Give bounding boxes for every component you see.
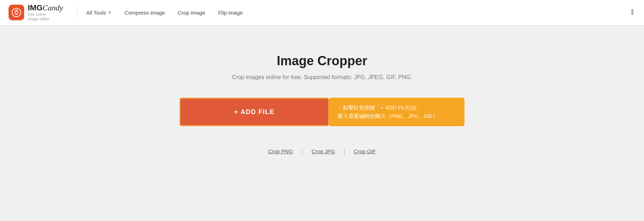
crop-gif-link[interactable]: Crop GIF: [354, 148, 376, 154]
divider-2: |: [344, 148, 346, 155]
chevron-down-icon: ▼: [108, 10, 112, 15]
svg-point-1: [15, 11, 17, 14]
crop-png-link[interactable]: Crop PNG: [268, 148, 293, 154]
action-row: + ADD FILE ←點擊紅色按鍵「+ ADD FILE(S)」 匯入需要編輯…: [180, 98, 464, 126]
header: IMGCandy free online image editor All To…: [0, 0, 644, 25]
logo-nav-divider: [77, 6, 78, 19]
tooltip-line2: 匯入需要編輯的圖片（PNG、JPG、GIF）: [338, 112, 456, 120]
nav-flip[interactable]: Flip image: [218, 10, 243, 16]
nav-compress[interactable]: Compress image: [125, 10, 165, 16]
add-file-button[interactable]: + ADD FILE: [180, 98, 329, 126]
main-content: Image Cropper Crop images online for fre…: [0, 25, 644, 155]
logo-brand: IMGCandy: [28, 4, 63, 12]
logo-icon: [9, 5, 24, 20]
tooltip-box: ←點擊紅色按鍵「+ ADD FILE(S)」 匯入需要編輯的圖片（PNG、JPG…: [329, 98, 464, 126]
divider-1: |: [301, 148, 303, 155]
nav-all-tools[interactable]: All Tools ▼: [86, 10, 111, 16]
logo-subtitle: free online image editor: [28, 12, 63, 21]
logo-area: IMGCandy free online image editor: [9, 4, 63, 22]
header-right: ⬇: [629, 8, 635, 17]
page-subtitle: Crop images online for free. Supported f…: [232, 74, 412, 81]
page-title: Image Cropper: [277, 53, 367, 68]
logo-candy-text: Candy: [43, 3, 63, 12]
logo-text: IMGCandy free online image editor: [28, 4, 63, 22]
tooltip-line1: ←點擊紅色按鍵「+ ADD FILE(S)」: [338, 103, 456, 112]
main-nav: All Tools ▼ Compress image Crop image Fl…: [86, 10, 243, 16]
download-icon[interactable]: ⬇: [629, 8, 635, 17]
nav-crop[interactable]: Crop image: [178, 10, 206, 16]
logo-img-text: IMG: [28, 3, 43, 12]
format-links: Crop PNG | Crop JPG | Crop GIF: [268, 148, 376, 155]
crop-jpg-link[interactable]: Crop JPG: [312, 148, 335, 154]
